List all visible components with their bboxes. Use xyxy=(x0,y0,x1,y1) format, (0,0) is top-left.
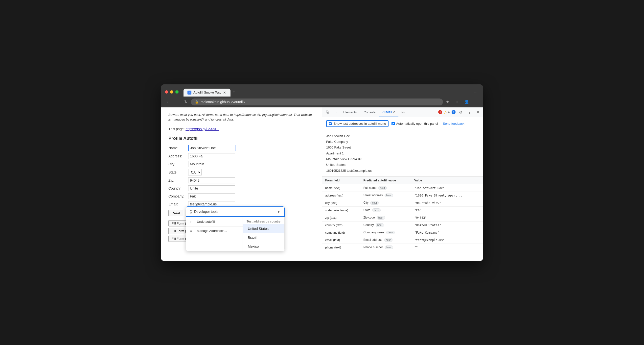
predicted-cell: Email address heur xyxy=(360,236,411,244)
main-content: Beware what you post. All forms send dat… xyxy=(161,107,483,261)
form-city-row: City: xyxy=(168,161,314,167)
auto-open-checkbox-label[interactable]: Automatically open this panel xyxy=(392,122,438,126)
reset-button[interactable]: Reset xyxy=(168,210,183,216)
zip-input[interactable] xyxy=(188,177,235,183)
dev-tools-icon: 〈〉 xyxy=(190,209,192,214)
address-label: Address: xyxy=(168,154,188,158)
address-line-3: 1600 Fake Street xyxy=(326,145,479,150)
more-options-icon[interactable]: ⋮ xyxy=(466,109,473,116)
title-bar: A Autofill Smoke Test ✕ + ⌄ xyxy=(161,84,483,97)
field-cell: address (text) xyxy=(322,192,360,199)
message-badge: 1 xyxy=(452,110,456,114)
undo-autofill-label: Undo autofill xyxy=(197,220,215,223)
manage-addresses-item[interactable]: ⚙ Manage Addresses... xyxy=(186,226,242,235)
name-input[interactable] xyxy=(188,145,236,151)
country-input[interactable] xyxy=(188,185,235,191)
error-icon: 1 xyxy=(438,110,442,114)
browser-tab[interactable]: A Autofill Smoke Test ✕ xyxy=(184,89,230,97)
close-traffic-light[interactable] xyxy=(165,90,168,94)
predicted-cell: Company name heur xyxy=(360,229,411,236)
toolbar-icons: ★ ◾ 👤 ⋮ xyxy=(445,99,479,105)
undo-icon: ↩ xyxy=(190,220,194,224)
show-test-checkbox[interactable] xyxy=(329,122,332,125)
settings-icon[interactable]: ⚙ xyxy=(458,109,464,116)
autofill-tab-close[interactable]: ✕ xyxy=(393,110,396,114)
more-tabs-button[interactable]: >> xyxy=(400,109,406,115)
url-display: rsolomakhin.github.io/autofill/ xyxy=(200,100,245,104)
heur-badge: heur xyxy=(378,186,386,190)
tab-console[interactable]: Console xyxy=(360,107,378,117)
tab-favicon: A xyxy=(188,91,192,95)
form-address-row: Address: xyxy=(168,153,314,159)
company-input[interactable] xyxy=(188,193,235,199)
send-feedback-link[interactable]: Send feedback xyxy=(443,122,464,126)
state-select[interactable]: CA xyxy=(188,169,202,175)
field-cell: email (text) xyxy=(322,236,360,244)
name-label: Name: xyxy=(168,146,188,150)
value-cell: "United States" xyxy=(411,221,483,229)
warning-icon: △ xyxy=(444,110,447,115)
devtools-inspect-icon[interactable]: ⎘ xyxy=(324,109,331,115)
value-cell: "Mountain View" xyxy=(411,199,483,207)
show-test-checkbox-label[interactable]: Show test addresses in autofill menu xyxy=(326,120,388,127)
field-cell: phone (text) xyxy=(322,244,360,251)
email-input[interactable] xyxy=(188,201,235,207)
form-email-row: Email: xyxy=(168,201,314,207)
profile-icon[interactable]: 👤 xyxy=(463,99,470,105)
extension-icon[interactable]: ◾ xyxy=(453,99,460,105)
developer-tools-header[interactable]: 〈〉 Developer tools ► xyxy=(186,206,285,217)
value-cell: "Fake Company" xyxy=(411,229,483,236)
dropdown-arrow-icon: ► xyxy=(277,210,281,214)
heur-badge: heur xyxy=(385,245,393,249)
menu-icon[interactable]: ⋮ xyxy=(473,99,479,105)
devtools-toolbar: ⎘ ▭ Elements Console Autofill ✕ >> 1 △ 4 xyxy=(322,107,483,117)
address-line-2: Fake Company xyxy=(326,139,479,145)
developer-tools-label: Developer tools xyxy=(194,210,218,214)
country-mexico[interactable]: Mexico xyxy=(243,242,284,251)
address-bar: ← → ↻ 🔒 rsolomakhin.github.io/autofill/ … xyxy=(161,97,483,107)
tab-close-button[interactable]: ✕ xyxy=(222,91,226,95)
autofill-dropdown: 〈〉 Developer tools ► ↩ Undo autofill ⚙ xyxy=(186,206,285,251)
state-label: State: xyxy=(168,170,188,174)
table-row: company (text) Company name heur "Fake C… xyxy=(322,229,483,236)
devtools-status: 1 △ 4 1 ⚙ ⋮ ✕ xyxy=(438,109,481,116)
devtools-device-icon[interactable]: ▭ xyxy=(332,109,339,116)
page-link[interactable]: https://goo.gl/B6Xs1E xyxy=(186,127,219,131)
predicted-cell: Phone number heur xyxy=(360,244,411,251)
maximize-traffic-light[interactable] xyxy=(175,90,178,94)
city-input[interactable] xyxy=(188,161,235,167)
address-input[interactable]: 🔒 rsolomakhin.github.io/autofill/ xyxy=(191,99,443,105)
reload-button[interactable]: ↻ xyxy=(183,99,189,105)
forward-button[interactable]: → xyxy=(174,99,181,105)
minimize-traffic-light[interactable] xyxy=(170,90,173,94)
heur-badge: heur xyxy=(386,231,395,234)
country-united-states[interactable]: United States xyxy=(243,224,284,233)
predicted-cell: Full name heur xyxy=(360,184,411,192)
tab-autofill[interactable]: Autofill ✕ xyxy=(380,107,398,117)
heur-badge: heur xyxy=(384,238,392,242)
address-input[interactable] xyxy=(188,153,235,159)
chevron-down-icon[interactable]: ⌄ xyxy=(472,89,479,95)
table-row: city (text) City heur "Mountain View" xyxy=(322,199,483,207)
predicted-cell: Zip code heur xyxy=(360,214,411,221)
show-test-label: Show test addresses in autofill menu xyxy=(334,122,386,126)
section-title: Profile Autofill xyxy=(168,136,314,141)
form-company-row: Company: xyxy=(168,193,314,199)
bookmark-icon[interactable]: ★ xyxy=(445,99,450,105)
auto-open-checkbox[interactable] xyxy=(392,122,395,125)
field-cell: state (select-one) xyxy=(322,207,360,214)
tab-elements[interactable]: Elements xyxy=(340,107,360,117)
table-row: state (select-one) State heur "CA" xyxy=(322,207,483,214)
security-icon: 🔒 xyxy=(195,100,198,104)
autofill-options-panel: Show test addresses in autofill menu Aut… xyxy=(322,117,483,130)
zip-label: Zip: xyxy=(168,178,188,182)
undo-autofill-item[interactable]: ↩ Undo autofill xyxy=(186,217,242,226)
new-tab-button[interactable]: + xyxy=(230,87,237,97)
back-button[interactable]: ← xyxy=(165,99,172,105)
col-value: Value xyxy=(411,177,483,184)
country-brazil[interactable]: Brazil xyxy=(243,233,284,242)
browser-window: A Autofill Smoke Test ✕ + ⌄ ← → ↻ 🔒 rsol… xyxy=(161,84,483,261)
devtools-close-button[interactable]: ✕ xyxy=(475,109,481,116)
auto-open-label: Automatically open this panel xyxy=(396,122,438,126)
heur-badge: heur xyxy=(384,194,393,197)
